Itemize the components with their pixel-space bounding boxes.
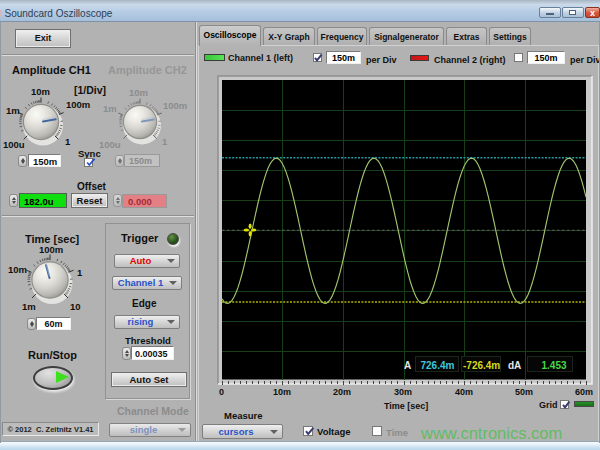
svg-text:-726.4m: -726.4m xyxy=(463,360,500,371)
svg-text:726.4m: 726.4m xyxy=(421,360,455,371)
svg-text:dA: dA xyxy=(508,360,521,371)
svg-text:1.453: 1.453 xyxy=(542,360,567,371)
svg-text:A: A xyxy=(404,360,411,371)
